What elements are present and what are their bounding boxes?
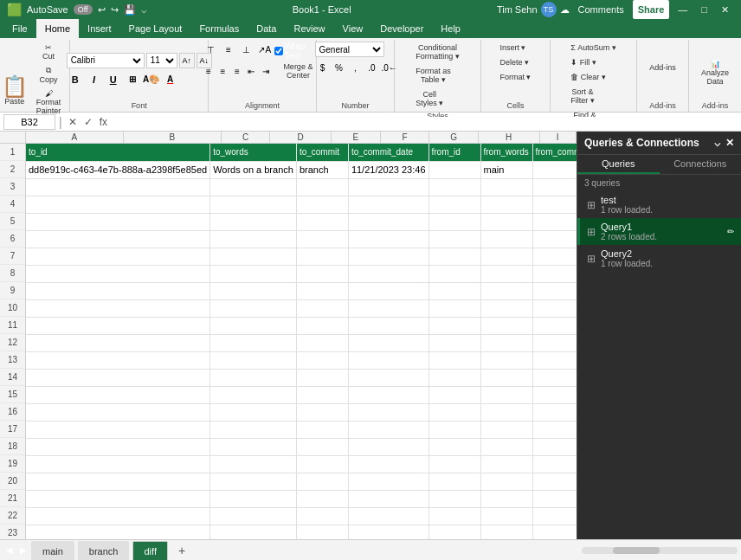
format-as-table-btn[interactable]: Format asTable ▾ [412,65,454,86]
header-from-id[interactable]: from_id [428,144,480,161]
font-grow-btn[interactable]: A↑ [179,53,195,68]
next-sheet-btn[interactable]: ▶ [17,545,29,555]
col-header-h[interactable]: H [479,132,540,143]
query-item-test[interactable]: ⊞ test 1 row loaded. [577,191,741,218]
align-left-btn[interactable]: ≡ [202,63,216,79]
comments-btn[interactable]: Comments [573,0,629,19]
cancel-formula-icon[interactable]: ✕ [66,116,80,128]
row-num-13[interactable]: 13 [0,351,25,369]
conditional-formatting-btn[interactable]: ConditionalFormatting ▾ [412,42,463,62]
row-num-4[interactable]: 4 [0,196,25,213]
copy-btn[interactable]: ⧉Copy [29,64,68,86]
name-box[interactable] [3,114,55,130]
insert-function-icon[interactable]: fx [97,116,110,128]
cell-styles-btn[interactable]: CellStyles ▾ [412,88,447,109]
col-header-b[interactable]: B [124,132,222,143]
align-top-btn[interactable]: ⊤ [202,42,219,57]
sheet-tab-diff[interactable]: diff [132,541,167,560]
row-num-7[interactable]: 7 [0,248,25,265]
col-header-e[interactable]: E [332,132,381,143]
delete-cells-btn[interactable]: Delete ▾ [496,56,532,68]
tab-view[interactable]: View [334,19,372,38]
minimize-btn[interactable]: — [673,0,693,19]
header-to-commit-date[interactable]: to_commit_date [348,144,428,161]
row-num-9[interactable]: 9 [0,282,25,299]
row-num-6[interactable]: 6 [0,230,25,248]
wrap-text-checkbox[interactable] [274,47,283,55]
row-num-19[interactable]: 19 [0,455,25,473]
row-num-5[interactable]: 5 [0,213,25,230]
toolbar-more[interactable]: ⌵ [141,4,147,16]
analyze-data-btn[interactable]: 📊AnalyzeData [698,47,732,99]
percent-btn[interactable]: % [332,60,347,75]
col-header-g[interactable]: G [429,132,479,143]
format-cells-btn[interactable]: Format ▾ [496,71,534,83]
format-painter-btn[interactable]: 🖌Format Painter [29,87,68,117]
sheet-grid[interactable]: to_id to_words to_commit to_commit_date … [26,144,577,539]
col-header-d[interactable]: D [270,132,332,143]
align-right-btn[interactable]: ≡ [230,63,244,79]
row-num-14[interactable]: 14 [0,369,25,386]
align-center-btn[interactable]: ≡ [216,63,230,79]
paste-btn[interactable]: 📋 Paste [2,65,28,117]
cell-c2[interactable]: branch [296,161,348,178]
border-btn[interactable]: ⊞ [124,71,141,88]
row-num-2[interactable]: 2 [0,161,25,178]
queries-panel-close-icon[interactable]: ✕ [725,137,734,149]
align-bottom-btn[interactable]: ⊥ [238,42,255,57]
bold-btn[interactable]: B [67,71,84,88]
clear-btn[interactable]: 🗑 Clear ▾ [567,71,609,83]
cell-e2[interactable] [428,161,480,178]
tab-page-layout[interactable]: Page Layout [120,19,191,38]
tab-formulas[interactable]: Formulas [190,19,248,38]
autosum-btn[interactable]: Σ AutoSum ▾ [567,42,620,54]
share-btn[interactable]: Share [633,0,670,19]
sheet-tab-main[interactable]: main [31,541,74,560]
col-header-a[interactable]: A [26,132,124,143]
toolbar-save[interactable]: 💾 [124,4,136,16]
row-num-22[interactable]: 22 [0,507,25,525]
font-size-select[interactable]: 11 [146,53,177,68]
font-family-select[interactable]: Calibri [67,53,145,68]
comma-btn[interactable]: , [348,60,364,75]
increase-indent-btn[interactable]: ⇥ [259,63,273,79]
toolbar-redo[interactable]: ↪ [111,4,119,16]
h-scroll-thumb[interactable] [613,547,660,554]
row-num-15[interactable]: 15 [0,386,25,403]
currency-btn[interactable]: $ [315,60,331,75]
row-num-1[interactable]: 1 [0,144,25,161]
scroll-options-icon[interactable]: ⋯ [571,545,580,555]
col-header-c[interactable]: C [222,132,271,143]
header-to-commit[interactable]: to_commit [296,144,348,161]
decrease-indent-btn[interactable]: ⇤ [245,63,259,79]
col-header-f[interactable]: F [381,132,430,143]
insert-cells-btn[interactable]: Insert ▾ [496,42,529,54]
decrease-decimal-btn[interactable]: .0← [381,60,396,75]
tab-data[interactable]: Data [248,19,285,38]
row-num-12[interactable]: 12 [0,334,25,351]
fill-color-btn[interactable]: A🎨 [143,71,160,88]
formula-input[interactable] [113,117,738,127]
query-edit-icon[interactable]: ✏ [727,227,734,236]
tab-review[interactable]: Review [285,19,333,38]
cell-a2[interactable]: dd8e919c-c463-4e7b-888a-a2398f5e85ed [26,161,210,178]
header-from-commit[interactable]: from_commit [532,144,577,161]
autosave-toggle[interactable]: Off [74,4,93,15]
tab-file[interactable]: File [3,19,36,38]
row-num-20[interactable]: 20 [0,473,25,490]
row-num-16[interactable]: 16 [0,403,25,421]
sheet-tab-branch[interactable]: branch [78,541,130,560]
tab-developer[interactable]: Developer [371,19,432,38]
cut-btn[interactable]: ✂Cut [29,42,68,62]
increase-decimal-btn[interactable]: .0 [364,60,380,75]
user-avatar[interactable]: TS [541,2,557,17]
fill-btn[interactable]: ⬇ Fill ▾ [567,56,600,68]
cell-d2[interactable]: 11/21/2023 23:46 [348,161,428,178]
maximize-btn[interactable]: □ [696,0,712,19]
col-header-i[interactable]: I [540,132,577,143]
row-num-11[interactable]: 11 [0,317,25,334]
toolbar-undo[interactable]: ↩ [98,4,106,16]
tab-insert[interactable]: Insert [79,19,120,38]
sort-filter-btn[interactable]: Sort &Filter ▾ [567,86,598,106]
font-color-btn[interactable]: A [162,71,179,88]
